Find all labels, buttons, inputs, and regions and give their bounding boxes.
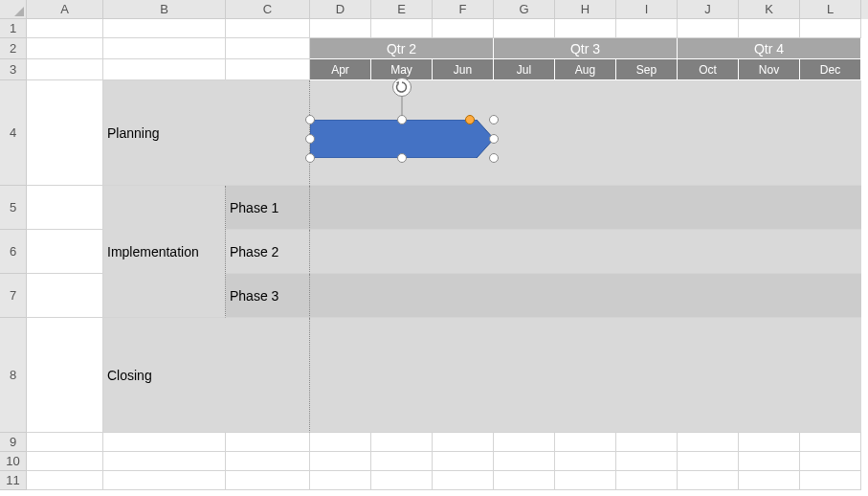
cell-J11[interactable]	[678, 471, 739, 490]
row-header-2[interactable]: 2	[0, 38, 27, 59]
cell-C11[interactable]	[226, 471, 310, 490]
cell-L10[interactable]	[800, 452, 861, 471]
cell-A7[interactable]	[27, 274, 103, 318]
month-header-jun[interactable]: Jun	[433, 59, 494, 80]
column-header-l[interactable]: L	[800, 0, 861, 19]
subtask-phase1-timeline[interactable]	[310, 186, 861, 230]
row-header-8[interactable]: 8	[0, 318, 27, 433]
resize-handle-sw[interactable]	[305, 153, 315, 163]
row-header-11[interactable]: 11	[0, 471, 27, 490]
cell-K11[interactable]	[739, 471, 800, 490]
row-header-6[interactable]: 6	[0, 230, 27, 274]
cell-C1[interactable]	[226, 19, 310, 38]
column-header-k[interactable]: K	[739, 0, 800, 19]
month-header-nov[interactable]: Nov	[739, 59, 800, 80]
column-header-g[interactable]: G	[494, 0, 555, 19]
cell-J9[interactable]	[678, 433, 739, 452]
month-header-oct[interactable]: Oct	[678, 59, 739, 80]
subtask-phase1-label[interactable]: Phase 1	[226, 186, 310, 230]
row-header-3[interactable]: 3	[0, 59, 27, 80]
task-closing-timeline[interactable]	[310, 318, 861, 433]
quarter-header-q3[interactable]: Qtr 3	[494, 38, 678, 59]
cell-C10[interactable]	[226, 452, 310, 471]
cell-I9[interactable]	[616, 433, 678, 452]
cell-I11[interactable]	[616, 471, 678, 490]
quarter-header-q4[interactable]: Qtr 4	[678, 38, 861, 59]
rotate-handle[interactable]	[392, 78, 412, 97]
column-header-e[interactable]: E	[371, 0, 433, 19]
column-header-i[interactable]: I	[616, 0, 678, 19]
month-header-dec[interactable]: Dec	[800, 59, 861, 80]
cell-A11[interactable]	[27, 471, 103, 490]
cell-H9[interactable]	[555, 433, 616, 452]
row-header-7[interactable]: 7	[0, 274, 27, 318]
cell-E11[interactable]	[371, 471, 433, 490]
subtask-phase2-timeline[interactable]	[310, 230, 861, 274]
resize-handle-ne[interactable]	[489, 115, 499, 124]
month-header-aug[interactable]: Aug	[555, 59, 616, 80]
column-header-h[interactable]: H	[555, 0, 616, 19]
cell-G1[interactable]	[494, 19, 555, 38]
cell-K9[interactable]	[739, 433, 800, 452]
cell-J1[interactable]	[678, 19, 739, 38]
cell-G9[interactable]	[494, 433, 555, 452]
subtask-phase3-timeline[interactable]	[310, 274, 861, 318]
row-header-1[interactable]: 1	[0, 19, 27, 38]
cell-A9[interactable]	[27, 433, 103, 452]
cell-A5[interactable]	[27, 186, 103, 230]
cell-I10[interactable]	[616, 452, 678, 471]
cell-B1[interactable]	[103, 19, 226, 38]
cell-A6[interactable]	[27, 230, 103, 274]
cell-I1[interactable]	[616, 19, 678, 38]
cell-grid[interactable]: Qtr 2 Qtr 3 Qtr 4 Apr May Jun Jul Aug Se…	[27, 19, 868, 496]
row-header-9[interactable]: 9	[0, 433, 27, 452]
cell-F1[interactable]	[433, 19, 494, 38]
cell-A1[interactable]	[27, 19, 103, 38]
cell-K1[interactable]	[739, 19, 800, 38]
cell-E9[interactable]	[371, 433, 433, 452]
cell-J10[interactable]	[678, 452, 739, 471]
resize-handle-nw[interactable]	[305, 115, 315, 124]
task-closing-label[interactable]: Closing	[103, 318, 310, 433]
cell-D1[interactable]	[310, 19, 371, 38]
cell-D11[interactable]	[310, 471, 371, 490]
gantt-bar-planning-selected[interactable]	[310, 110, 494, 168]
resize-handle-n[interactable]	[397, 115, 407, 124]
cell-L11[interactable]	[800, 471, 861, 490]
cell-C2[interactable]	[226, 38, 310, 59]
column-header-j[interactable]: J	[678, 0, 739, 19]
month-header-apr[interactable]: Apr	[310, 59, 371, 80]
subtask-phase3-label[interactable]: Phase 3	[226, 274, 310, 318]
cell-C3[interactable]	[226, 59, 310, 80]
cell-A8[interactable]	[27, 318, 103, 433]
cell-F11[interactable]	[433, 471, 494, 490]
resize-handle-w[interactable]	[305, 134, 315, 144]
column-header-c[interactable]: C	[226, 0, 310, 19]
column-header-f[interactable]: F	[433, 0, 494, 19]
cell-H1[interactable]	[555, 19, 616, 38]
cell-L1[interactable]	[800, 19, 861, 38]
cell-K10[interactable]	[739, 452, 800, 471]
cell-A10[interactable]	[27, 452, 103, 471]
cell-B11[interactable]	[103, 471, 226, 490]
cell-B3[interactable]	[103, 59, 226, 80]
select-all-corner[interactable]	[0, 0, 27, 19]
resize-handle-se[interactable]	[489, 153, 499, 163]
cell-B2[interactable]	[103, 38, 226, 59]
row-header-4[interactable]: 4	[0, 80, 27, 186]
cell-H10[interactable]	[555, 452, 616, 471]
cell-A3[interactable]	[27, 59, 103, 80]
cell-B10[interactable]	[103, 452, 226, 471]
cell-G11[interactable]	[494, 471, 555, 490]
row-header-5[interactable]: 5	[0, 186, 27, 230]
cell-A2[interactable]	[27, 38, 103, 59]
cell-E1[interactable]	[371, 19, 433, 38]
cell-E10[interactable]	[371, 452, 433, 471]
column-header-d[interactable]: D	[310, 0, 371, 19]
column-header-a[interactable]: A	[27, 0, 103, 19]
cell-D10[interactable]	[310, 452, 371, 471]
shape-adjust-handle[interactable]	[465, 115, 475, 124]
cell-L9[interactable]	[800, 433, 861, 452]
cell-F9[interactable]	[433, 433, 494, 452]
cell-H11[interactable]	[555, 471, 616, 490]
